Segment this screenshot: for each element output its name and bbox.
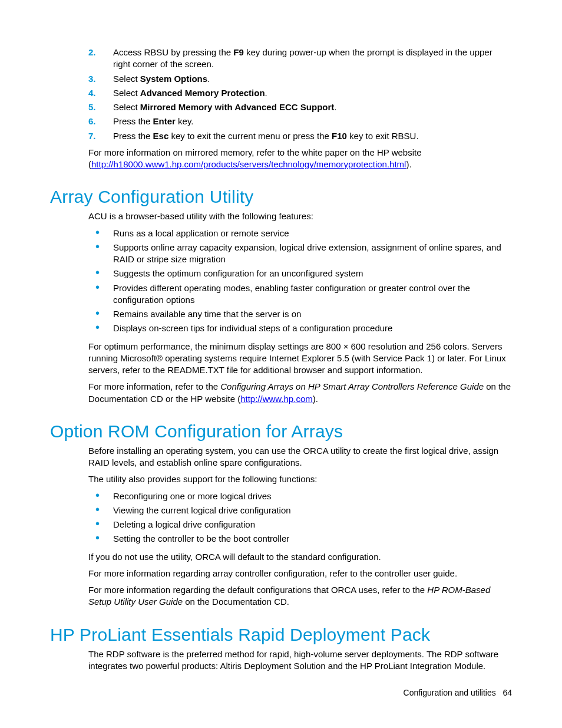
step-text-pre: Select: [113, 74, 140, 84]
step-bold: Esc: [153, 131, 169, 141]
step-bold: F9: [233, 47, 244, 57]
list-item: Displays on-screen tips for individual s…: [88, 322, 512, 334]
step-number: 6.: [88, 116, 96, 127]
mirror-link[interactable]: http://h18000.www1.hp.com/products/serve…: [91, 159, 406, 169]
footer-page: 64: [503, 688, 512, 697]
step-text-post: .: [207, 74, 210, 84]
step-bold: Enter: [153, 116, 176, 126]
rdp-heading: HP ProLiant Essentials Rapid Deployment …: [50, 625, 512, 645]
orca-rom-post: on the Documentation CD.: [183, 597, 289, 607]
orca-intro: Before installing an operating system, y…: [88, 445, 512, 469]
step-text-post: .: [334, 102, 336, 112]
step-item: 4. Select Advanced Memory Protection.: [88, 87, 512, 99]
hp-link[interactable]: http://www.hp.com: [240, 394, 313, 404]
step-item: 2. Access RBSU by pressing the F9 key du…: [88, 47, 512, 71]
acu-bullets: Runs as a local application or remote se…: [88, 228, 512, 335]
step-item: 6. Press the Enter key.: [88, 116, 512, 127]
orca-rom-pre: For more information regarding the defau…: [88, 585, 427, 595]
acu-more-post: ).: [313, 394, 318, 404]
step-text-pre: Select: [113, 88, 140, 98]
list-item: Setting the controller to be the boot co…: [88, 533, 512, 545]
footer-section: Configuration and utilities: [404, 688, 496, 697]
orca-bullets: Reconfiguring one or more logical drives…: [88, 490, 512, 545]
step-text-pre: Access RBSU by pressing the: [113, 47, 233, 57]
step-number: 7.: [88, 130, 96, 142]
acu-more-pre: For more information, refer to the: [88, 381, 220, 391]
step-item: 3. Select System Options.: [88, 73, 512, 85]
orca-support: The utility also provides support for th…: [88, 473, 512, 485]
step-item: 5. Select Mirrored Memory with Advanced …: [88, 101, 512, 113]
page-footer: Configuration and utilities 64: [404, 688, 512, 697]
step-item: 7. Press the Esc key to exit the current…: [88, 130, 512, 142]
orca-default: If you do not use the utility, ORCA will…: [88, 551, 512, 563]
step-bold-2: F10: [332, 131, 347, 141]
step-number: 5.: [88, 101, 96, 113]
step-number: 2.: [88, 47, 96, 58]
ordered-steps: 2. Access RBSU by pressing the F9 key du…: [88, 47, 512, 142]
step-bold: System Options: [140, 74, 207, 84]
acu-intro: ACU is a browser-based utility with the …: [88, 210, 512, 222]
list-item: Viewing the current logical drive config…: [88, 505, 512, 516]
list-item: Deleting a logical drive configuration: [88, 519, 512, 531]
step-bold: Mirrored Memory with Advanced ECC Suppor…: [140, 102, 334, 112]
list-item: Provides different operating modes, enab…: [88, 282, 512, 307]
step-bold: Advanced Memory Protection: [140, 88, 265, 98]
step-text-post: key.: [176, 116, 194, 126]
step-number: 4.: [88, 87, 96, 99]
orca-heading: Option ROM Configuration for Arrays: [50, 421, 512, 442]
step-text-post: key to exit RBSU.: [347, 131, 419, 141]
list-item: Suggests the optimum configuration for a…: [88, 268, 512, 279]
list-item: Supports online array capacity expansion…: [88, 242, 512, 266]
acu-performance: For optimum performance, the minimum dis…: [88, 341, 512, 377]
step-number: 3.: [88, 73, 96, 85]
orca-controller: For more information regarding array con…: [88, 568, 512, 579]
rdp-body: The RDP software is the preferred method…: [88, 648, 512, 673]
step-text-pre: Select: [113, 102, 140, 112]
orca-rom-info: For more information regarding the defau…: [88, 584, 512, 608]
step-text-post: .: [265, 88, 267, 98]
mirror-info: For more information on mirrored memory,…: [88, 147, 512, 171]
step-text-pre: Press the: [113, 131, 153, 141]
step-text-mid: key to exit the current menu or press th…: [168, 131, 332, 141]
list-item: Reconfiguring one or more logical drives: [88, 490, 512, 502]
list-item: Runs as a local application or remote se…: [88, 228, 512, 239]
mirror-info-post: ).: [406, 159, 411, 169]
list-item: Remains available any time that the serv…: [88, 308, 512, 320]
acu-heading: Array Configuration Utility: [50, 187, 512, 207]
acu-more-info: For more information, refer to the Confi…: [88, 381, 512, 405]
step-text-pre: Press the: [113, 116, 153, 126]
acu-more-title: Configuring Arrays on HP Smart Array Con…: [220, 381, 484, 391]
